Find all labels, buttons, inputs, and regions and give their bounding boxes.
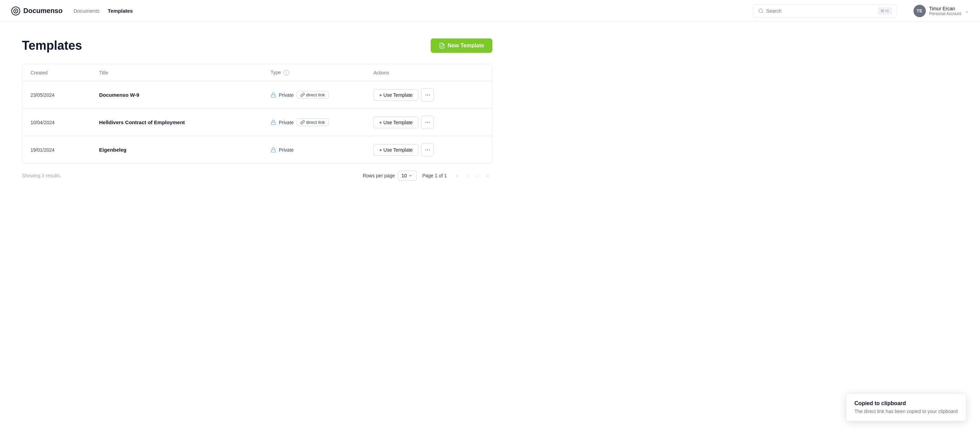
use-template-button[interactable]: + Use Template (374, 116, 418, 128)
lock-icon (270, 92, 276, 98)
direct-link-badge[interactable]: direct link (297, 91, 329, 99)
avatar: TE (913, 5, 926, 17)
type-label: Private (279, 147, 294, 153)
page-title: Templates (22, 38, 82, 53)
search-bar[interactable]: ⌘+K (753, 5, 897, 18)
table-row: 10/04/2024 Helldivers Contract of Employ… (22, 109, 492, 136)
link-icon (301, 120, 305, 124)
col-header-title: Title (91, 64, 262, 81)
page-header: Templates New Template (22, 38, 492, 53)
col-header-actions: Actions (365, 64, 492, 81)
svg-line-4 (762, 12, 763, 13)
next-page-button[interactable]: › (473, 171, 482, 180)
cell-actions: + Use Template ··· (365, 109, 492, 136)
chevron-down-icon: ⌄ (964, 8, 969, 14)
lock-icon (270, 147, 276, 153)
table-body: 23/05/2024 Documenso W-9 Private (22, 81, 492, 164)
svg-rect-8 (271, 122, 275, 124)
logo-icon (11, 6, 21, 16)
table-header: Created Title Type i Actions (22, 64, 492, 81)
cell-type: Private direct link (262, 109, 365, 136)
new-template-label: New Template (448, 43, 484, 49)
cell-actions: + Use Template ··· (365, 81, 492, 109)
prev-page-button[interactable]: ‹ (463, 171, 472, 180)
search-icon (758, 8, 764, 14)
more-options-button[interactable]: ··· (421, 116, 434, 129)
rows-per-page-value: 10 (401, 173, 407, 178)
logo-text: Documenso (23, 7, 62, 15)
main-content: Templates New Template Created Title (0, 22, 514, 204)
header: Documenso Documents Templates ⌘+K TE Tim… (0, 0, 980, 22)
svg-point-3 (759, 9, 763, 13)
nav-templates[interactable]: Templates (108, 8, 133, 14)
rows-per-page-select[interactable]: 10 (398, 170, 417, 181)
logo[interactable]: Documenso (11, 6, 62, 16)
nav: Documents Templates (73, 8, 133, 14)
direct-link-badge[interactable]: direct link (297, 118, 329, 126)
user-info: Timur Ercan Personal Account (929, 6, 961, 16)
lock-icon (270, 120, 276, 125)
col-header-type: Type i (262, 64, 365, 81)
table-row: 23/05/2024 Documenso W-9 Private (22, 81, 492, 109)
first-page-button[interactable]: « (452, 171, 462, 180)
cell-title: Eigenbeleg (91, 136, 262, 164)
more-options-button[interactable]: ··· (421, 143, 434, 156)
svg-rect-9 (271, 150, 275, 152)
nav-documents[interactable]: Documents (73, 8, 99, 14)
new-template-button[interactable]: New Template (431, 38, 492, 53)
search-input[interactable] (766, 8, 875, 14)
svg-rect-7 (271, 95, 275, 97)
templates-table: Created Title Type i Actions 2 (22, 64, 492, 164)
page-info: Page 1 of 1 (422, 173, 447, 178)
use-template-button[interactable]: + Use Template (374, 144, 418, 156)
type-label: Private (279, 120, 294, 125)
table: Created Title Type i Actions 2 (22, 64, 492, 163)
search-shortcut: ⌘+K (878, 8, 892, 14)
cell-actions: + Use Template ··· (365, 136, 492, 164)
table-footer: Showing 3 results. Rows per page 10 Page… (22, 164, 492, 188)
rows-per-page: Rows per page 10 (363, 170, 417, 181)
more-options-button[interactable]: ··· (421, 88, 434, 102)
cell-title: Documenso W-9 (91, 81, 262, 109)
type-label: Private (279, 92, 294, 98)
cell-date: 19/01/2024 (22, 136, 91, 164)
cell-type: Private direct link (262, 81, 365, 109)
file-plus-icon (439, 43, 445, 49)
user-menu[interactable]: TE Timur Ercan Personal Account ⌄ (913, 5, 969, 17)
pagination-buttons: « ‹ › » (452, 171, 492, 180)
cell-date: 23/05/2024 (22, 81, 91, 109)
col-header-created: Created (22, 64, 91, 81)
last-page-button[interactable]: » (483, 171, 492, 180)
cell-type: Private (262, 136, 365, 164)
showing-results: Showing 3 results. (22, 173, 61, 178)
chevron-down-icon (408, 173, 413, 178)
use-template-button[interactable]: + Use Template (374, 89, 418, 101)
type-info-icon[interactable]: i (283, 70, 289, 75)
link-icon (301, 92, 305, 97)
table-row: 19/01/2024 Eigenbeleg Private + Use Temp… (22, 136, 492, 164)
user-name: Timur Ercan (929, 6, 961, 11)
cell-title: Helldivers Contract of Employment (91, 109, 262, 136)
rows-per-page-label: Rows per page (363, 173, 395, 178)
pagination-area: Rows per page 10 Page 1 of 1 « ‹ › » (363, 170, 492, 181)
user-role: Personal Account (929, 11, 961, 16)
svg-point-2 (15, 10, 16, 12)
cell-date: 10/04/2024 (22, 109, 91, 136)
